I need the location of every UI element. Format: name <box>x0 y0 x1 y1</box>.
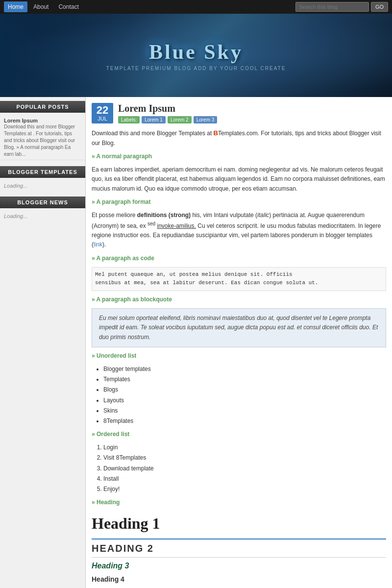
sidebar-popular-posts: Popular Posts Lorem Ipsum Download this … <box>0 101 85 160</box>
link-paragraph-format[interactable]: » A paragraph format <box>92 198 150 205</box>
sidebar-blogger-templates: Blogger Templates Loading... <box>0 166 85 191</box>
search-input[interactable] <box>295 2 369 12</box>
sidebar-post-item: Lorem Ipsum Download this and more Blogg… <box>0 116 85 160</box>
inline-link[interactable]: link <box>94 241 102 248</box>
post-1-labels: Labels: Lorem 1 Lorem 2 Lorem 3 <box>118 116 386 123</box>
banner-title-area: Blue Sky Template Premium Blog add by yo… <box>106 40 286 71</box>
post-1-header: 22 Jul Lorem Ipsum Labels: Lorem 1 Lorem… <box>86 97 392 126</box>
link-paragraph-blockquote[interactable]: » A paragraph as blockquote <box>92 296 172 303</box>
navigation: Home About Contact GO <box>0 0 392 14</box>
label-lorem1[interactable]: Lorem 1 <box>142 116 166 123</box>
heading-1-demo: Heading 1 <box>92 511 386 536</box>
link-ordered-list[interactable]: » Ordered list <box>92 431 129 438</box>
post-1-date-month: Jul <box>96 116 109 122</box>
heading-2-demo: HEADING 2 <box>92 539 386 558</box>
format-paragraph: Et posse meliore definitions (strong) hi… <box>92 211 386 250</box>
strikethrough-text: invoke-amilius. <box>157 222 196 229</box>
list-item: Layouts <box>103 396 386 405</box>
post-1: 22 Jul Lorem Ipsum Labels: Lorem 1 Lorem… <box>86 97 392 588</box>
list-item: Blogger templates <box>103 365 386 374</box>
sidebar-post-title: Lorem Ipsum <box>4 118 81 123</box>
list-item: Login <box>103 443 386 452</box>
ordered-list: Login Visit 8Templates Download template… <box>103 443 386 494</box>
normal-paragraph-text: Ea earn labores imperdiet, aperiam democ… <box>92 165 386 194</box>
italic-text: italic <box>257 212 269 219</box>
list-item: Blogs <box>103 385 386 394</box>
post-1-date-day: 22 <box>96 105 109 116</box>
sidebar-templates-loading: Loading... <box>0 181 85 191</box>
sidebar-news-loading: Loading... <box>0 211 85 221</box>
sidebar-blogger-news-header: Blogger News <box>0 196 85 208</box>
main-layout: Popular Posts Lorem Ipsum Download this … <box>0 97 392 588</box>
site-title: Blue Sky <box>106 40 286 64</box>
abbr-text: quaererendum (Acronym) <box>92 212 365 229</box>
list-item: Enjoy! <box>103 485 386 494</box>
label-lorem2[interactable]: Lorem 2 <box>168 116 192 123</box>
sidebar-blogger-templates-header: Blogger Templates <box>0 166 85 178</box>
heading-3-demo: Heading 3 <box>92 560 386 572</box>
sidebar-blogger-news: Blogger News Loading... <box>0 196 85 221</box>
post-1-intro: Download this and more Blogger Templates… <box>92 128 386 148</box>
templates-logo: BTemplates.com <box>214 130 258 137</box>
link-unordered-list[interactable]: » Unordered list <box>92 352 136 359</box>
sidebar-post-excerpt: Download this and more Blogger Templates… <box>4 123 81 158</box>
link-heading[interactable]: » Heading <box>92 499 120 506</box>
post-1-title-area: Lorem Ipsum Labels: Lorem 1 Lorem 2 Lore… <box>118 103 386 123</box>
search-button[interactable]: GO <box>371 2 388 12</box>
list-item: Templates <box>103 375 386 384</box>
sup-text: sed <box>147 221 155 226</box>
header-banner: Blue Sky Template Premium Blog add by yo… <box>0 14 392 97</box>
post-1-body: Download this and more Blogger Templates… <box>86 126 392 588</box>
list-item: 8Templates <box>103 416 386 426</box>
post-1-date-badge: 22 Jul <box>92 103 113 123</box>
post-1-title: Lorem Ipsum <box>118 103 386 114</box>
list-item: Install <box>103 474 386 484</box>
nav-about[interactable]: About <box>29 1 52 12</box>
blockquote: Eu mei solum oporteat eleifend, libris n… <box>92 308 386 347</box>
main-content: 22 Jul Lorem Ipsum Labels: Lorem 1 Lorem… <box>86 97 392 588</box>
code-paragraph: Mel putent quaeque an, ut postea melius … <box>92 267 386 291</box>
list-item: Skins <box>103 406 386 416</box>
label-tag: Labels: <box>118 116 140 123</box>
strong-text: definitions (strong) <box>137 212 191 219</box>
heading-4-demo: Heading 4 <box>92 574 386 585</box>
nav-contact[interactable]: Contact <box>54 1 82 12</box>
list-item: Visit 8Templates <box>103 453 386 463</box>
link-paragraph-code[interactable]: » A paragraph as code <box>92 255 154 262</box>
search-bar: GO <box>295 2 388 12</box>
list-item: Download template <box>103 464 386 473</box>
site-subtitle: Template Premium Blog add by your cool c… <box>106 66 286 71</box>
sidebar: Popular Posts Lorem Ipsum Download this … <box>0 97 86 588</box>
unordered-list: Blogger templates Templates Blogs Layout… <box>103 365 386 426</box>
sidebar-popular-posts-header: Popular Posts <box>0 101 85 113</box>
nav-home[interactable]: Home <box>4 1 27 12</box>
link-normal-paragraph[interactable]: » A normal paragraph <box>92 153 152 160</box>
label-lorem3[interactable]: Lorem 3 <box>194 116 218 123</box>
